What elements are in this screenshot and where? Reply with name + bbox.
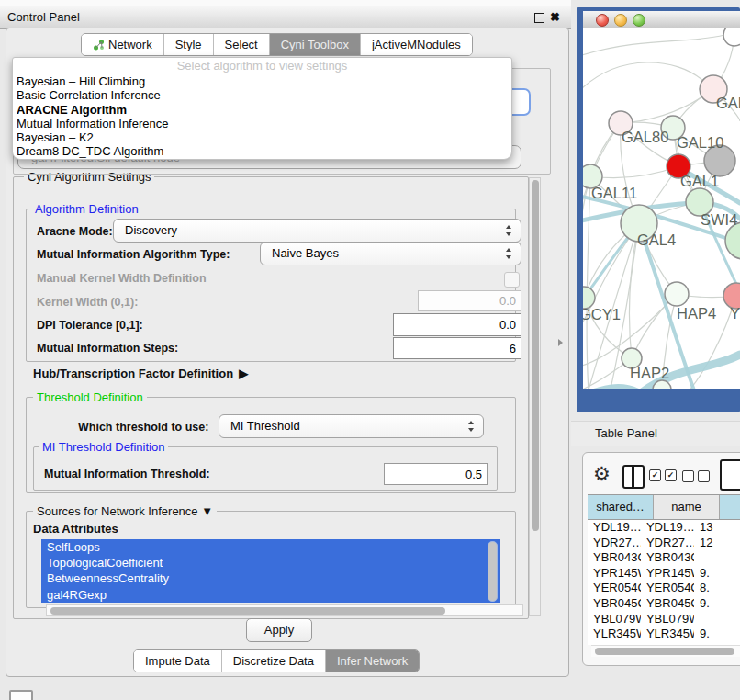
kernel-width-label: Kernel Width (0,1): [37,296,138,309]
table-cell: 9. [694,596,740,612]
network-node[interactable] [725,222,740,259]
column-header-shared[interactable]: shared… [588,495,654,519]
algorithm-item-bayesian-k2[interactable]: Bayesian – K2 [13,130,511,144]
node-label-y: Y [730,305,740,322]
mi-algorithm-type-combo[interactable]: Naive Bayes [260,242,521,265]
select-all-checks-icon[interactable]: ✓ ✓ [649,469,677,481]
attributes-scrollbar[interactable] [488,541,498,602]
collapsed-panel-icon[interactable] [9,690,33,700]
settings-vscrollbar[interactable] [529,177,541,616]
network-view[interactable]: GALGAL80GAL10GAL1GAL11SWI4GAL4GCY1HAP4YH… [583,28,740,389]
top-tab-bar: NetworkStyleSelectCyni ToolboxjActiveMNo… [81,33,473,56]
mi-threshold-field[interactable] [384,463,488,485]
tab-label: Style [175,35,202,55]
data-attributes-list: SelfLoopsTopologicalCoefficientBetweenne… [41,539,500,603]
zoom-traffic-light[interactable] [633,14,645,27]
tab-cyni-toolbox[interactable]: Cyni Toolbox [269,34,360,55]
which-threshold-combo[interactable]: MI Threshold [219,414,484,438]
network-canvas: GALGAL80GAL10GAL1GAL11SWI4GAL4GCY1HAP4YH… [583,28,740,389]
table-cell: YDL19… [641,520,694,536]
deselect-checks-icon[interactable] [682,470,710,482]
aracne-mode-combo[interactable]: Discovery [113,219,521,243]
attribute-item-selfloops[interactable]: SelfLoops [41,539,500,555]
tab-impute-data[interactable]: Impute Data [134,650,221,672]
split-columns-icon[interactable] [622,465,645,489]
mi-algorithm-type-value: Naive Bayes [272,243,339,265]
tab-infer-network[interactable]: Infer Network [325,650,419,672]
table-hscroll-thumb[interactable] [595,648,734,655]
table-hscrollbar[interactable] [591,645,740,657]
table-cell: YBR045C [641,596,694,612]
hub-definition-toggle[interactable]: Hub/Transcription Factor Definition▶ [33,367,248,380]
table-row[interactable]: YBR043CYBR043C [588,550,740,566]
table-cell: YBR043C [641,550,694,566]
algorithm-popup: Select algorithm to view settings Bayesi… [12,57,512,160]
attribute-item-topologicalcoefficient[interactable]: TopologicalCoefficient [41,555,500,570]
tab-style[interactable]: Style [163,34,213,55]
tab-label: Network [108,35,152,55]
kernel-width-field[interactable] [418,290,521,311]
table-cell [694,612,740,627]
spinner-icon [505,248,512,259]
network-node[interactable] [723,28,740,46]
minimize-traffic-light[interactable] [614,14,627,27]
table-row[interactable]: YBR045CYBR045C9. [588,596,740,612]
control-panel-title: Control Panel [7,6,80,28]
tab-network[interactable]: Network [82,34,163,55]
algorithm-item-mutual-information-inference[interactable]: Mutual Information Inference [13,117,511,130]
table-row[interactable]: YLR345WYLR345W9. [588,627,740,642]
sources-title[interactable]: Sources for Network Inference ▼ [33,504,217,518]
gear-icon[interactable]: ⚙ [593,462,611,486]
column-header-name[interactable]: name [654,495,720,519]
algorithm-item-basic-correlation-inference[interactable]: Basic Correlation Inference [13,88,511,102]
tab-jactivemnodules[interactable]: jActiveMNodules [360,34,472,55]
table-row[interactable]: YBL079WYBL079W [588,612,740,627]
check-glyph: ✓ [652,470,659,480]
table-row[interactable]: YPR145WYPR145W9. [588,566,740,581]
mi-steps-field[interactable] [393,337,521,359]
dpi-tolerance-field[interactable] [393,313,521,336]
table-cell: YPR145W [641,566,694,581]
node-label-gcy1: GCY1 [583,306,621,322]
screenshot-root: Control Panel ✖ NetworkStyleSelectCyni T… [0,0,740,700]
float-window-icon[interactable] [534,13,544,23]
page-icon[interactable] [720,459,740,491]
table-row[interactable]: YDL19…YDL19…13 [588,520,740,536]
table-row[interactable]: YDR27…YDR27…12 [588,536,740,551]
algorithm-combo-focus-ring[interactable] [510,88,531,116]
tab-select[interactable]: Select [213,34,269,55]
tab-label: jActiveMNodules [372,35,461,55]
dpi-tolerance-label: DPI Tolerance [0,1]: [37,319,143,332]
which-threshold-label: Which threshold to use: [78,421,208,434]
tab-discretize-data[interactable]: Discretize Data [221,650,325,672]
aracne-mode-value: Discovery [125,220,177,242]
tab-label: Impute Data [145,651,210,672]
node-label-gal11: GAL11 [591,185,637,201]
sources-title-text: Sources for Network Inference [37,504,198,518]
column-header-clipped[interactable] [720,495,740,519]
attribute-item-gal4rgexp[interactable]: gal4RGexp [41,587,500,603]
apply-button[interactable]: Apply [246,618,312,642]
table-cell: YDR27… [641,536,694,551]
manual-kernel-checkbox[interactable] [504,272,520,288]
table-row[interactable]: YER054CYER054C8. [588,581,740,596]
table-panel-title: Table Panel [595,422,657,446]
algorithm-item-dream8-dc-tdc-algorithm[interactable]: Dream8 DC_TDC Algorithm [13,144,511,158]
close-traffic-light[interactable] [596,14,609,27]
table-cell: YDL19… [588,520,641,536]
vscroll-thumb[interactable] [532,180,539,531]
hscroll-thumb[interactable] [50,607,445,615]
algorithm-item-bayesian-hill-climbing[interactable]: Bayesian – Hill Climbing [13,74,511,88]
network-node-hap4[interactable] [665,282,689,306]
attribute-item-betweennesscentrality[interactable]: BetweennessCentrality [41,570,500,586]
aracne-mode-label: Aracne Mode: [37,225,113,238]
table-cell: 9. [694,627,740,642]
threshold-definition-title: Threshold Definition [33,390,147,404]
splitter-handle-icon[interactable] [558,339,563,346]
close-icon[interactable]: ✖ [550,9,560,26]
algorithm-item-aracne-algorithm[interactable]: ARACNE Algorithm [13,103,511,117]
table-cell: YLR345W [641,627,694,642]
settings-hscrollbar[interactable] [46,604,523,616]
tab-label: Infer Network [337,651,408,672]
control-panel-titlebar: Control Panel ✖ [0,6,571,29]
